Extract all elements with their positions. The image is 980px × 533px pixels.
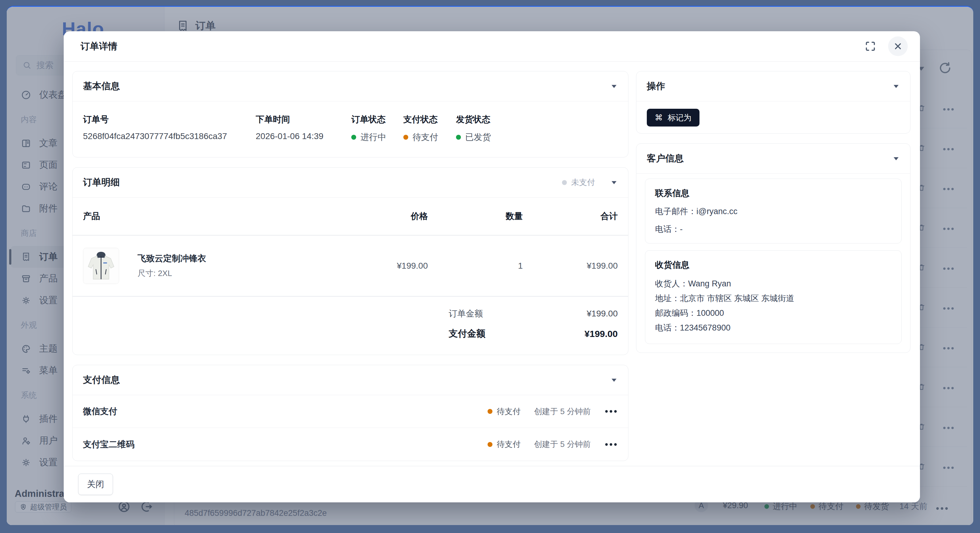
shipping-receiver: 收货人：Wang Ryan — [655, 276, 891, 291]
status-dot-gray — [562, 180, 567, 185]
item-total: ¥199.00 — [523, 261, 618, 271]
payment-info-title: 支付信息 — [83, 374, 120, 386]
modal-header: 订单详情 — [64, 31, 920, 62]
product-image — [83, 248, 119, 284]
item-row: 飞致云定制冲锋衣 尺寸: 2XL ¥199.00 1 ¥199.00 — [73, 235, 628, 297]
shipping-info: 收货信息 收货人：Wang Ryan 地址：北京市 市辖区 东城区 东城街道 邮… — [645, 250, 902, 344]
order-items-card: 订单明细 未支付 产品 价格 — [72, 167, 628, 355]
order-detail-modal: 订单详情 基本信息 — [64, 31, 920, 502]
order-summary: 订单金额 ¥199.00 支付金额 ¥199.00 — [73, 297, 628, 355]
row-actions-icon[interactable] — [604, 438, 618, 451]
close-button[interactable] — [888, 37, 908, 56]
close-modal-button[interactable]: 关闭 — [78, 474, 113, 495]
app-window: Halo 仪表盘 内容 文章 页面 — [7, 6, 973, 525]
field-order-time: 下单时间 2026-01-06 14:39 — [256, 114, 351, 143]
basic-info-title: 基本信息 — [83, 80, 120, 92]
payment-row-alipay: 支付宝二维码 待支付 创建于 5 分钟前 — [73, 428, 628, 461]
unpaid-badge: 未支付 — [562, 177, 595, 188]
close-icon — [893, 41, 903, 51]
status-dot-orange — [403, 135, 408, 140]
fullscreen-icon — [865, 40, 876, 52]
customer-info-title: 客户信息 — [647, 152, 684, 165]
row-actions-icon[interactable] — [604, 405, 618, 418]
shipping-address: 地址：北京市 市辖区 东城区 东城街道 — [655, 291, 891, 306]
actions-card: 操作 ⌘ 标记为 — [636, 71, 910, 134]
collapse-caret-icon[interactable] — [892, 156, 900, 161]
product-name: 飞致云定制冲锋衣 — [137, 253, 206, 264]
status-dot-orange — [488, 409, 492, 414]
actions-title: 操作 — [647, 80, 665, 92]
field-order-status: 订单状态 进行中 — [351, 114, 403, 143]
status-dot-green — [456, 135, 461, 140]
shipping-phone: 电话：12345678900 — [655, 320, 891, 335]
collapse-caret-icon[interactable] — [892, 84, 900, 89]
contact-info: 联系信息 电子邮件：i@ryanc.cc 电话：- — [645, 178, 902, 243]
customer-info-card: 客户信息 联系信息 电子邮件：i@ryanc.cc 电话：- — [636, 143, 910, 353]
modal-footer: 关闭 — [64, 466, 920, 502]
item-price: ¥199.00 — [299, 261, 428, 271]
shipping-zip: 邮政编码：100000 — [655, 306, 891, 320]
summary-pay-amount: 支付金额 ¥199.00 — [83, 328, 618, 340]
fullscreen-button[interactable] — [861, 37, 880, 56]
collapse-caret-icon[interactable] — [610, 84, 618, 89]
order-items-title: 订单明细 — [83, 176, 120, 189]
command-icon: ⌘ — [655, 113, 663, 123]
basic-info-card: 基本信息 订单号 5268f04fca2473077774fb5c3186ca3… — [72, 71, 628, 158]
contact-phone: 电话：- — [655, 224, 891, 235]
jacket-image — [83, 248, 119, 284]
product-spec: 尺寸: 2XL — [137, 268, 206, 279]
desktop: Halo 仪表盘 内容 文章 页面 — [0, 0, 980, 533]
collapse-caret-icon[interactable] — [610, 180, 618, 185]
modal-body: 基本信息 订单号 5268f04fca2473077774fb5c3186ca3… — [64, 62, 920, 466]
contact-email: 电子邮件：i@ryanc.cc — [655, 206, 891, 217]
field-pay-status: 支付状态 待支付 — [403, 114, 456, 143]
summary-order-amount: 订单金额 ¥199.00 — [83, 308, 618, 320]
collapse-caret-icon[interactable] — [610, 378, 618, 383]
mark-as-button[interactable]: ⌘ 标记为 — [647, 109, 700, 127]
status-dot-green — [351, 135, 356, 140]
field-ship-status: 发货状态 已发货 — [456, 114, 491, 143]
modal-title: 订单详情 — [81, 40, 117, 53]
items-table-header: 产品 价格 数量 合计 — [73, 197, 628, 235]
field-order-no: 订单号 5268f04fca2473077774fb5c3186ca37 — [83, 114, 256, 143]
status-dot-orange — [488, 442, 492, 447]
item-qty: 1 — [428, 261, 523, 271]
payment-row-wechat: 微信支付 待支付 创建于 5 分钟前 — [73, 395, 628, 428]
payment-info-card: 支付信息 微信支付 待支付 — [72, 365, 628, 461]
